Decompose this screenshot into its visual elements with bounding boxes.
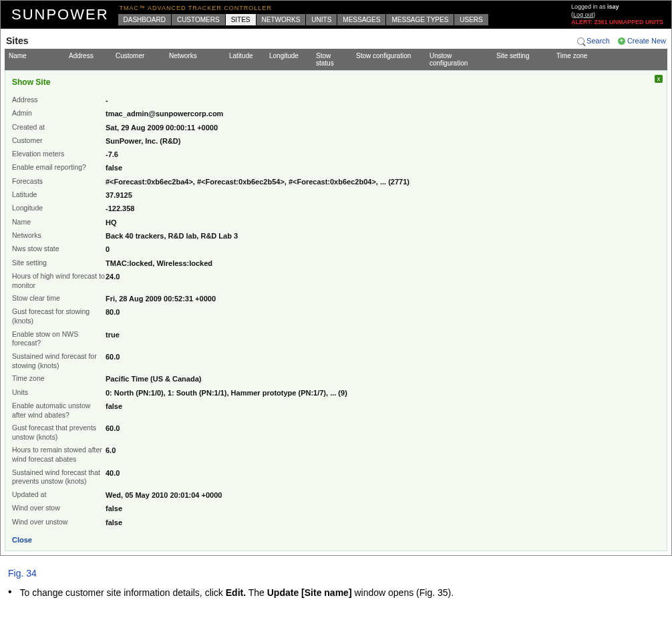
value-nws-stow: 0 [106, 245, 110, 254]
txt-post: window opens (Fig. 35). [352, 587, 454, 598]
tab-networks[interactable]: NETWORKS [257, 14, 306, 25]
sites-header: Sites Search + Create New [5, 33, 667, 49]
col-site-setting[interactable]: Site setting [492, 49, 552, 70]
col-address[interactable]: Address [65, 49, 112, 70]
row-longitude: Longitude-122.358 [12, 202, 660, 215]
col-longitude[interactable]: Longitude [265, 49, 312, 70]
row-enable-stow-nws: Enable stow on NWS forecast?true [12, 328, 660, 350]
row-name: NameHQ [12, 216, 660, 229]
value-elevation: -7.6 [106, 150, 118, 159]
app-window: SUNPOWER TMAC™ ADVANCED TRACKER CONTROLL… [0, 0, 672, 556]
row-gust-prevent-unstow: Gust forecast that prevents unstow (knot… [12, 422, 660, 444]
table-header: Name Address Customer Networks Latitude … [5, 49, 667, 70]
value-wind-over-unstow: false [106, 518, 122, 527]
site-detail-panel: x Show Site Address- Admintmac_admin@sun… [5, 70, 667, 551]
value-hours-high-wind: 24.0 [106, 272, 120, 281]
row-gust-stow: Gust forecast for stowing (knots)80.0 [12, 305, 660, 327]
login-user: isay [607, 3, 619, 10]
col-networks[interactable]: Networks [165, 49, 225, 70]
create-new-link[interactable]: + Create New [618, 37, 666, 45]
value-address: - [106, 96, 108, 105]
col-stow-config[interactable]: Stow configuration [352, 49, 426, 70]
label-sustained-stow: Sustained wind forecast for stowing (kno… [12, 352, 106, 370]
panel-heading: Show Site [12, 75, 660, 94]
col-time-zone[interactable]: Time zone [552, 49, 667, 70]
row-updated-at: Updated atWed, 05 May 2010 20:01:04 +000… [12, 488, 660, 502]
label-created-at: Created at [12, 123, 106, 132]
value-updated-at: Wed, 05 May 2010 20:01:04 +0000 [106, 490, 222, 500]
label-nws-stow: Nws stow state [12, 245, 106, 254]
instruction-text: To change customer site information deta… [20, 587, 454, 600]
tab-sites[interactable]: SITES [226, 14, 256, 25]
label-updated-at: Updated at [12, 490, 106, 500]
txt-update: Update [Site name] [267, 587, 352, 598]
row-nws-stow: Nws stow state0 [12, 243, 660, 256]
label-sustained-prevent-unstow: Sustained wind forecast that prevents un… [12, 468, 106, 486]
login-prefix: Logged in as [571, 3, 607, 10]
close-link[interactable]: Close [12, 529, 32, 544]
sites-title: Sites [6, 35, 28, 46]
label-wind-over-stow: Wind over stow [12, 504, 106, 513]
label-networks: Networks [12, 231, 106, 241]
row-elevation: Elevation meters-7.6 [12, 148, 660, 161]
col-customer[interactable]: Customer [112, 49, 165, 70]
row-hours-remain-stowed: Hours to remain stowed after wind foreca… [12, 444, 660, 466]
label-hours-remain-stowed: Hours to remain stowed after wind foreca… [12, 446, 106, 464]
label-customer: Customer [12, 136, 106, 146]
value-sustained-prevent-unstow: 40.0 [106, 468, 120, 478]
label-site-setting: Site setting [12, 259, 106, 268]
label-admin: Admin [12, 109, 106, 118]
logout-link[interactable]: Log out [573, 11, 593, 18]
top-bar: SUNPOWER TMAC™ ADVANCED TRACKER CONTROLL… [1, 1, 671, 29]
col-stow-status[interactable]: Stow status [312, 49, 352, 70]
col-latitude[interactable]: Latitude [225, 49, 265, 70]
col-unstow-config[interactable]: Unstow configuration [426, 49, 492, 70]
value-forecasts: #<Forecast:0xb6ec2ba4>, #<Forecast:0xb6e… [106, 177, 409, 186]
content-area: Sites Search + Create New Name Address C… [1, 29, 671, 555]
search-link[interactable]: Search [577, 37, 610, 45]
row-hours-high-wind: Hours of high wind forecast to monitor24… [12, 270, 660, 292]
label-timezone: Time zone [12, 374, 106, 383]
value-timezone: Pacific Time (US & Canada) [106, 374, 201, 383]
value-stow-clear: Fri, 28 Aug 2009 00:52:31 +0000 [106, 294, 216, 303]
tab-units[interactable]: UNITS [306, 14, 337, 25]
search-label: Search [586, 37, 610, 45]
row-units: Units0: North (PN:1/0), 1: South (PN:1/1… [12, 386, 660, 400]
value-enable-auto-unstow: false [106, 402, 122, 411]
tab-customers[interactable]: CUSTOMERS [172, 14, 225, 25]
label-wind-over-unstow: Wind over unstow [12, 518, 106, 527]
value-units: 0: North (PN:1/0), 1: South (PN:1/1), Ha… [106, 388, 347, 398]
alert-unmapped-units[interactable]: ALERT: 2361 UNMAPPED UNITS [571, 19, 663, 27]
value-networks: Back 40 trackers, R&D lab, R&D Lab 3 [106, 231, 238, 241]
txt-mid: The [246, 587, 267, 598]
row-wind-over-unstow: Wind over unstowfalse [12, 516, 660, 529]
row-wind-over-stow: Wind over stowfalse [12, 502, 660, 515]
tab-dashboard[interactable]: DASHBOARD [118, 14, 171, 25]
add-icon: + [618, 37, 625, 45]
create-new-label: Create New [627, 37, 666, 45]
value-enable-email: false [106, 163, 122, 172]
tab-users[interactable]: USERS [454, 14, 488, 25]
brand-logo: SUNPOWER [6, 3, 114, 29]
txt-edit: Edit. [226, 587, 246, 598]
value-gust-stow: 80.0 [106, 307, 120, 317]
value-latitude: 37.9125 [106, 190, 132, 200]
col-name[interactable]: Name [5, 49, 65, 70]
value-created-at: Sat, 29 Aug 2009 00:00:11 +0000 [106, 123, 218, 132]
tab-message-types[interactable]: MESSAGE TYPES [386, 14, 454, 25]
close-panel-button[interactable]: x [655, 75, 663, 83]
value-customer: SunPower, Inc. (R&D) [106, 136, 180, 146]
label-stow-clear: Stow clear time [12, 294, 106, 303]
row-admin: Admintmac_admin@sunpowercorp.com [12, 107, 660, 120]
row-stow-clear: Stow clear timeFri, 28 Aug 2009 00:52:31… [12, 292, 660, 305]
row-site-setting: Site settingTMAC:locked, Wireless:locked [12, 257, 660, 270]
tab-messages[interactable]: MESSAGES [337, 14, 385, 25]
row-latitude: Latitude37.9125 [12, 188, 660, 202]
label-enable-email: Enable email reporting? [12, 163, 106, 172]
nav-column: TMAC™ ADVANCED TRACKER CONTROLLER DASHBO… [118, 3, 488, 25]
value-sustained-stow: 60.0 [106, 352, 120, 361]
row-address: Address- [12, 94, 660, 107]
row-customer: CustomerSunPower, Inc. (R&D) [12, 134, 660, 148]
row-enable-email: Enable email reporting?false [12, 161, 660, 174]
row-created-at: Created atSat, 29 Aug 2009 00:00:11 +000… [12, 121, 660, 134]
